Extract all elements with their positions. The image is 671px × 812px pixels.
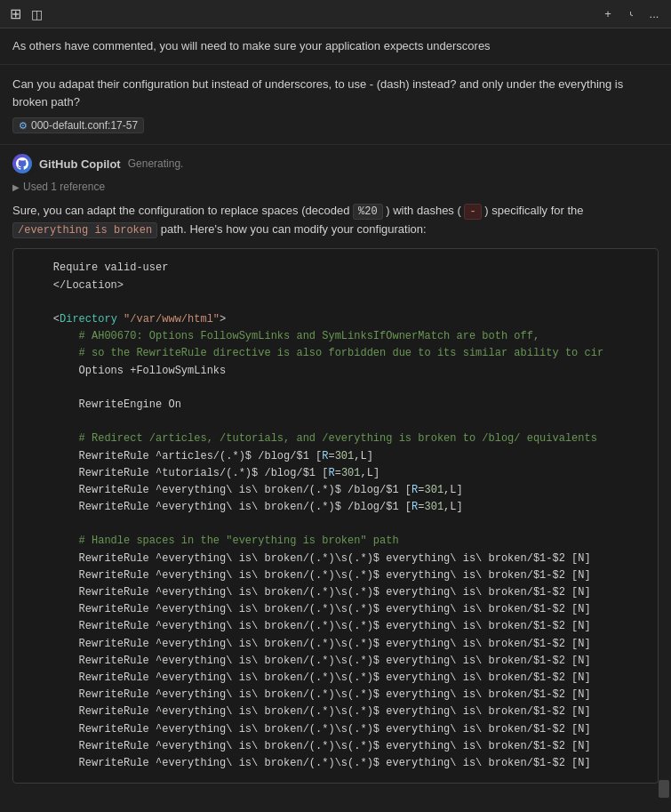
toolbar: ⊞ ◫ + ... bbox=[0, 0, 671, 28]
code-block-container: Require valid-user </Location> <Director… bbox=[12, 248, 659, 784]
file-reference[interactable]: ⚙ 000-default.conf:17-57 bbox=[12, 117, 144, 133]
split-icon[interactable]: ◫ bbox=[28, 6, 44, 22]
code-path-everything: /everything is broken bbox=[12, 222, 157, 238]
more-button[interactable]: ... bbox=[644, 4, 664, 24]
user-message-text: As others have commented, you will need … bbox=[12, 37, 659, 55]
response-end: path. Here's how you can modify your con… bbox=[161, 222, 427, 236]
settings-icon: ⚙ bbox=[19, 120, 28, 132]
copilot-header: GitHub Copilot Generating. bbox=[12, 154, 659, 173]
copilot-avatar bbox=[12, 154, 32, 173]
question-text: Can you adapat their configuration but i… bbox=[12, 76, 659, 113]
toolbar-left: ⊞ ◫ bbox=[7, 6, 44, 22]
toolbar-right: + ... bbox=[598, 4, 664, 24]
scrollbar-thumb[interactable] bbox=[659, 780, 669, 798]
response-intro: Sure, you can adapt the configuration to… bbox=[12, 204, 349, 217]
response-mid1: ) with dashes ( bbox=[386, 204, 461, 217]
code-block[interactable]: Require valid-user </Location> <Director… bbox=[13, 249, 658, 783]
file-ref-label: 000-default.conf:17-57 bbox=[31, 119, 138, 132]
chevron-right-icon: ▶ bbox=[12, 182, 20, 192]
add-button[interactable]: + bbox=[598, 4, 618, 24]
history-button[interactable] bbox=[621, 4, 641, 24]
response-text: Sure, you can adapt the configuration to… bbox=[12, 202, 659, 239]
user-message-block: As others have commented, you will need … bbox=[0, 28, 671, 65]
code-badge-percent20: %20 bbox=[353, 204, 383, 220]
response-mid2: ) specifically for the bbox=[484, 204, 583, 217]
panel-icon[interactable]: ⊞ bbox=[7, 6, 23, 22]
question-block: Can you adapat their configuration but i… bbox=[0, 65, 671, 146]
copilot-status: Generating. bbox=[128, 157, 184, 170]
copilot-response-block: GitHub Copilot Generating. ▶ Used 1 refe… bbox=[0, 145, 671, 792]
copilot-name: GitHub Copilot bbox=[39, 157, 121, 171]
code-badge-dash: - bbox=[464, 204, 481, 220]
used-reference-label: Used 1 reference bbox=[23, 181, 105, 193]
used-reference[interactable]: ▶ Used 1 reference bbox=[12, 181, 659, 193]
